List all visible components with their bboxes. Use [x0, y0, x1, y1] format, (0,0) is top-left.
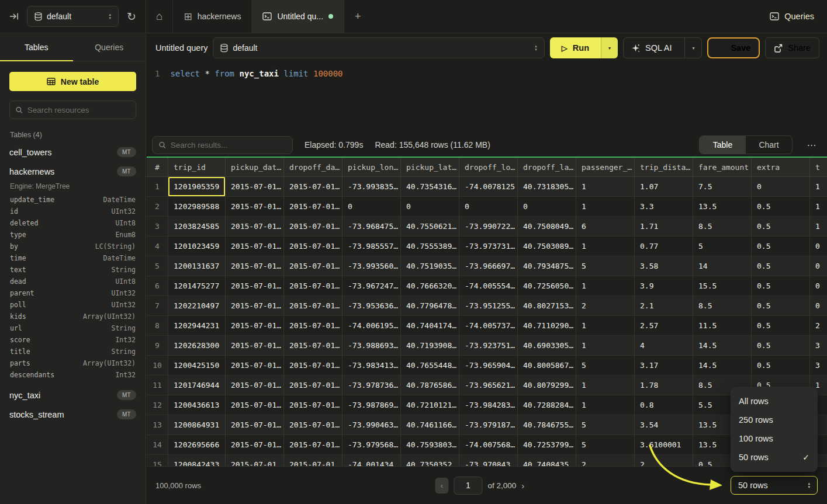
table-cell[interactable]: 2015-07-01… [284, 217, 342, 237]
field-time[interactable]: timeDateTime [10, 252, 136, 264]
table-cell[interactable]: 5 [576, 356, 635, 376]
table-cell[interactable]: -74.007568… [459, 435, 518, 455]
table-cell[interactable]: 1 [810, 197, 827, 217]
column-header-dropoff_da[interactable]: dropoff_da… [284, 158, 342, 176]
table-cell[interactable]: -74.005554… [459, 276, 518, 296]
table-cell[interactable]: -74.0078125 [459, 177, 518, 197]
table-cell[interactable]: 40.7408435 [518, 455, 576, 466]
rows-per-page-select[interactable]: 50 rows ▴▾ [731, 476, 818, 495]
collapse-sidebar-icon[interactable] [9, 12, 19, 20]
next-page-button[interactable]: › [521, 481, 524, 491]
table-cell[interactable]: 5 [693, 237, 752, 256]
table-cell[interactable]: 2015-07-01… [226, 256, 284, 276]
sidebar-table-stocks-stream[interactable]: stocks_stream MT [9, 405, 136, 424]
table-cell[interactable]: 40.7796478… [401, 296, 459, 316]
column-header-pickup_dat[interactable]: pickup_dat… [226, 158, 284, 176]
table-cell[interactable]: 2015-07-01… [284, 435, 342, 455]
column-header-pickup_lat[interactable]: pickup_lat… [401, 158, 459, 176]
table-cell[interactable]: -74.005737… [459, 316, 518, 336]
tab-hackernews[interactable]: ⊞ hackernews [173, 0, 252, 33]
table-cell[interactable]: 40.7256050… [518, 276, 576, 296]
table-cell[interactable]: 0 [401, 197, 459, 217]
table-cell[interactable]: 40.7655448… [401, 356, 459, 376]
rows-menu-item-50-rows[interactable]: 50 rows✓ [731, 448, 818, 467]
table-cell[interactable]: 0.5 [752, 276, 810, 296]
table-cell[interactable]: 3.54 [635, 415, 693, 435]
column-header-dropoff_lo[interactable]: dropoff_lo… [459, 158, 518, 176]
table-cell[interactable]: 2 [576, 455, 635, 466]
table-cell[interactable]: 2.57 [635, 316, 693, 336]
sidebar-tab-queries[interactable]: Queries [73, 34, 146, 61]
table-cell[interactable]: -73.973731… [459, 237, 518, 256]
table-cell[interactable]: 0.5 [752, 296, 810, 316]
table-cell[interactable]: 3 [810, 356, 827, 376]
table-cell[interactable]: 1200131637 [168, 256, 226, 276]
table-cell[interactable]: 2015-07-01… [284, 276, 342, 296]
table-cell[interactable]: 4 [635, 336, 693, 356]
table-cell[interactable]: 40.7350352 [401, 455, 459, 466]
table-cell[interactable]: -73.987869… [342, 395, 401, 415]
table-cell[interactable]: 1 [576, 336, 635, 356]
field-kids[interactable]: kidsArray(UInt32) [10, 311, 136, 322]
more-options-icon[interactable]: ⋯ [804, 140, 819, 151]
table-cell[interactable]: -73.966697… [459, 256, 518, 276]
table-cell[interactable]: 3.6100001 [635, 435, 693, 455]
table-cell[interactable]: 1 [576, 237, 635, 256]
table-cell[interactable]: 2015-07-01… [284, 177, 342, 197]
table-cell[interactable]: 2.1 [635, 296, 693, 316]
column-header-t[interactable]: t [810, 158, 827, 176]
table-cell[interactable]: 2015-07-01… [284, 356, 342, 376]
field-title[interactable]: titleString [10, 346, 136, 357]
rows-menu-item-250-rows[interactable]: 250 rows [731, 411, 818, 429]
table-cell[interactable]: 1 [576, 376, 635, 395]
table-cell[interactable]: -73.993835… [342, 177, 401, 197]
table-cell[interactable]: 8.5 [693, 217, 752, 237]
table-cell[interactable]: 2 [576, 296, 635, 316]
table-cell[interactable]: 1202944231 [168, 316, 226, 336]
table-cell[interactable]: 2015-07-01… [226, 415, 284, 435]
table-cell[interactable]: 3.58 [635, 256, 693, 276]
table-cell[interactable]: 1200842433 [168, 455, 226, 466]
table-cell[interactable]: 1200864931 [168, 415, 226, 435]
table-cell[interactable]: -73.979187… [459, 415, 518, 435]
table-cell[interactable]: 0.5 [752, 256, 810, 276]
run-button[interactable]: ▷ Run [550, 37, 601, 58]
table-cell[interactable]: 40.7193908… [401, 336, 459, 356]
table-cell[interactable]: 1202628300 [168, 336, 226, 356]
table-cell[interactable]: 0.5 [752, 336, 810, 356]
refresh-icon[interactable]: ↻ [127, 10, 136, 23]
view-table-button[interactable]: Table [700, 136, 746, 154]
table-cell[interactable]: 40.7550621… [401, 217, 459, 237]
table-cell[interactable]: 40.7253799… [518, 435, 576, 455]
table-cell[interactable]: 0.5 [752, 197, 810, 217]
table-cell[interactable]: 40.6903305… [518, 336, 576, 356]
queries-button[interactable]: Queries [770, 12, 814, 21]
table-cell[interactable]: 40.7876586… [401, 376, 459, 395]
table-cell[interactable]: 40.8027153… [518, 296, 576, 316]
table-cell[interactable]: 2015-07-01… [284, 197, 342, 217]
table-cell[interactable]: 2015-07-01… [226, 316, 284, 336]
save-button[interactable]: Save [707, 37, 760, 58]
table-cell[interactable]: 1.71 [635, 217, 693, 237]
new-tab-button[interactable]: + [344, 0, 372, 33]
table-cell[interactable]: 1202695666 [168, 435, 226, 455]
table-cell[interactable]: 2015-07-01… [226, 435, 284, 455]
field-parent[interactable]: parentUInt32 [10, 287, 136, 299]
table-cell[interactable]: -73.985557… [342, 237, 401, 256]
table-cell[interactable]: 40.7503089… [518, 237, 576, 256]
table-cell[interactable]: 0.5 [752, 217, 810, 237]
table-cell[interactable]: 1 [576, 395, 635, 415]
table-cell[interactable]: -73.993560… [342, 256, 401, 276]
table-cell[interactable]: 0 [518, 197, 576, 217]
rows-menu-item-100-rows[interactable]: 100 rows [731, 429, 818, 448]
table-cell[interactable]: 1202210497 [168, 296, 226, 316]
table-cell[interactable]: 40.7404174… [401, 316, 459, 336]
table-cell[interactable]: 1 [810, 177, 827, 197]
table-cell[interactable]: 40.7288284… [518, 395, 576, 415]
table-cell[interactable]: 13.5 [693, 197, 752, 217]
table-cell[interactable]: 1.07 [635, 177, 693, 197]
table-cell[interactable]: 2015-07-01… [226, 177, 284, 197]
table-cell[interactable]: 40.7846755… [518, 415, 576, 435]
table-cell[interactable]: 5 [576, 415, 635, 435]
table-cell[interactable]: 1201905359 [168, 177, 226, 197]
